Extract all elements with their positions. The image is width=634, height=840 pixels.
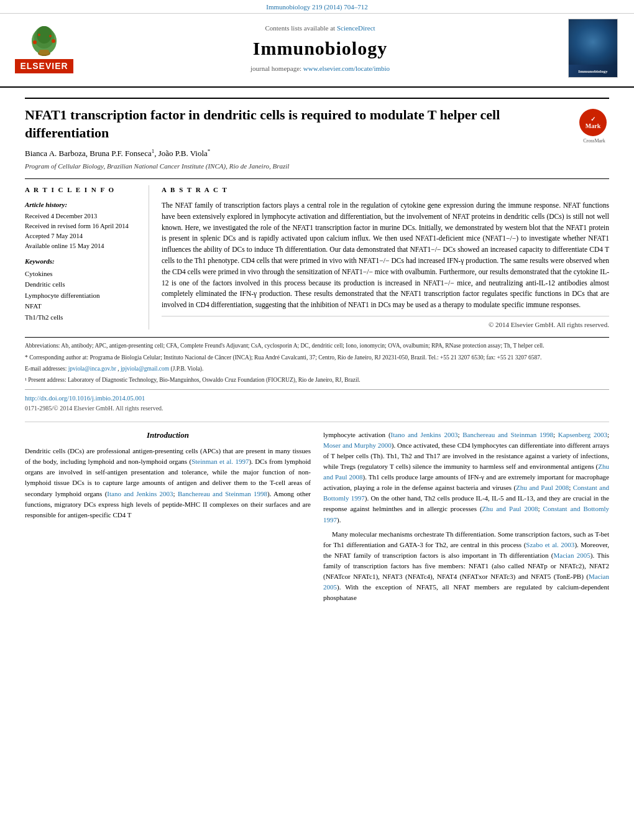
svg-point-4 (33, 40, 37, 44)
ref-moser[interactable]: Moser and Murphy 2000 (323, 441, 392, 449)
ref-zhu2[interactable]: Zhu and Paul 2008 (516, 484, 569, 491)
svg-point-5 (52, 39, 55, 43)
homepage-line: journal homepage: www.elsevier.com/locat… (78, 64, 562, 73)
email-link-1[interactable]: jpviola@inca.gov.br (68, 366, 116, 372)
elsevier-logo: ELSEVIER (15, 24, 73, 74)
accepted-date: Accepted 7 May 2014 (25, 231, 139, 241)
journal-reference: Immunobiology 219 (2014) 704–712 (266, 3, 367, 11)
keyword-2: Dendritic cells (25, 279, 139, 290)
elsevier-tree-icon (19, 24, 69, 58)
article-history: Article history: Received 4 December 201… (25, 200, 139, 251)
author-affiliation: Program of Cellular Biology, Brazilian N… (25, 162, 609, 171)
cover-journal-title: Immunobiology (578, 69, 607, 75)
crossmark-circle: ✓Mark (579, 109, 607, 136)
keyword-3: Lymphocyte differentiation (25, 290, 139, 302)
article-title: NFAT1 transcription factor in dendritic … (25, 106, 579, 142)
email-footnote: E-mail addresses: jpviola@inca.gov.br , … (25, 364, 609, 373)
abstract-column: A B S T R A C T The NFAT family of trans… (162, 185, 609, 330)
article-title-section: NFAT1 transcription factor in dendritic … (25, 98, 609, 142)
introduction-text-left: Dendritic cells (DCs) are professional a… (25, 446, 311, 520)
ref-macian1[interactable]: Macian 2005 (554, 552, 590, 559)
abstract-text: The NFAT family of transcription factors… (162, 200, 609, 311)
footnote-section: Abbreviations: Ab, antibody; APC, antige… (25, 337, 609, 413)
body-right-column: lymphocyte activation (Itano and Jenkins… (323, 430, 609, 607)
journal-title: Immunobiology (78, 35, 562, 62)
crossmark-badge[interactable]: ✓Mark CrossMark (579, 109, 609, 139)
ref-macian2[interactable]: Macian 2005 (323, 573, 609, 591)
crossmark-label: CrossMark (579, 137, 609, 144)
ref-steinman[interactable]: Steinman et al. 1997 (191, 458, 249, 465)
introduction-text-right: lymphocyte activation (Itano and Jenkins… (323, 430, 609, 603)
doi-section: http://dx.doi.org/10.1016/j.imbio.2014.0… (25, 389, 609, 413)
ref-szabo[interactable]: Szabo et al. 2003 (526, 541, 574, 548)
journal-cover-image: Immunobiology (562, 19, 624, 78)
svg-point-6 (38, 34, 40, 36)
received-date: Received 4 December 2013 (25, 211, 139, 221)
email-link-2[interactable]: jpjviola@gmail.com (121, 366, 169, 372)
intro-paragraph-2: lymphocyte activation (Itano and Jenkins… (323, 430, 609, 525)
present-address: ¹ Present address: Laboratory of Diagnos… (25, 376, 609, 384)
svg-rect-9 (39, 50, 49, 55)
author-names: Bianca A. Barboza, Bruna P.F. Fonseca1, … (25, 149, 210, 158)
journal-banner: ELSEVIER Contents lists available at Sci… (0, 14, 634, 83)
authors-line: Bianca A. Barboza, Bruna P.F. Fonseca1, … (25, 147, 609, 160)
keyword-4: NFAT (25, 301, 139, 312)
ref-itano-jenkins[interactable]: Itano and Jenkins 2003 (107, 490, 173, 497)
ref-zhu3[interactable]: Zhu and Paul 2008 (482, 505, 538, 512)
abstract-paragraph: The NFAT family of transcription factors… (162, 200, 609, 311)
article-info-label: A R T I C L E I N F O (25, 185, 139, 195)
doi-link[interactable]: http://dx.doi.org/10.1016/j.imbio.2014.0… (25, 394, 609, 404)
abstract-label: A B S T R A C T (162, 185, 609, 195)
keywords-list: Cytokines Dendritic cells Lymphocyte dif… (25, 269, 139, 323)
journal-center: Contents lists available at ScienceDirec… (78, 24, 562, 74)
elsevier-label: ELSEVIER (15, 59, 73, 74)
article-info-column: A R T I C L E I N F O Article history: R… (25, 185, 149, 330)
available-date: Available online 15 May 2014 (25, 241, 139, 251)
introduction-heading: Introduction (25, 430, 311, 441)
keywords-label: Keywords: (25, 257, 139, 266)
journal-top-bar: Immunobiology 219 (2014) 704–712 (0, 0, 634, 14)
ref-banchereau2[interactable]: Banchereau and Steinman 1998 (462, 431, 553, 438)
body-left-column: Introduction Dendritic cells (DCs) are p… (25, 430, 311, 607)
intro-paragraph-3: Many molecular mechanisms orchestrate Th… (323, 529, 609, 603)
body-two-column: Introduction Dendritic cells (DCs) are p… (25, 422, 609, 607)
contents-line: Contents lists available at ScienceDirec… (78, 24, 562, 33)
elsevier-logo-container: ELSEVIER (10, 24, 78, 74)
homepage-link[interactable]: www.elsevier.com/locate/imbio (303, 65, 390, 72)
corresponding-author: * Corresponding author at: Programa de B… (25, 353, 609, 362)
ref-zhu1[interactable]: Zhu and Paul 2008 (323, 463, 609, 481)
keyword-5: Th1/Th2 cells (25, 312, 139, 323)
journal-header: Immunobiology 219 (2014) 704–712 (0, 0, 634, 88)
cover-illustration (569, 19, 617, 65)
issn-line: 0171-2985/© 2014 Elsevier GmbH. All righ… (25, 404, 609, 413)
ref-constant2[interactable]: Constant and Bottomly 1997 (323, 505, 609, 523)
abbreviations: Abbreviations: Ab, antibody; APC, antige… (25, 341, 609, 350)
copyright-line: © 2014 Elsevier GmbH. All rights reserve… (162, 316, 609, 330)
keywords-section: Keywords: Cytokines Dendritic cells Lymp… (25, 257, 139, 323)
history-label: Article history: (25, 200, 139, 210)
ref-kapsenberg[interactable]: Kapsenberg 2003 (558, 431, 607, 438)
revised-date: Received in revised form 16 April 2014 (25, 221, 139, 231)
crossmark-icon: ✓Mark (586, 116, 600, 129)
svg-point-7 (49, 35, 52, 37)
ref-banchereau[interactable]: Banchereau and Steinman 1998 (178, 490, 267, 497)
article-info-abstract-section: A R T I C L E I N F O Article history: R… (25, 178, 609, 330)
intro-paragraph-1: Dendritic cells (DCs) are professional a… (25, 446, 311, 520)
sciencedirect-link[interactable]: ScienceDirect (337, 24, 375, 32)
keyword-1: Cytokines (25, 269, 139, 280)
imbio-cover: Immunobiology (568, 19, 618, 78)
article-content: NFAT1 transcription factor in dendritic … (0, 88, 634, 617)
ref-itano2[interactable]: Itano and Jenkins 2003 (391, 431, 458, 438)
